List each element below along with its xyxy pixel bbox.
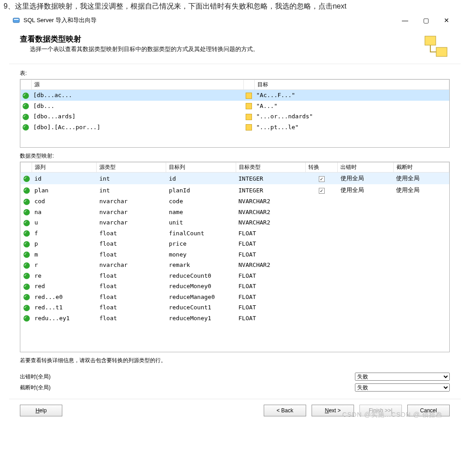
mapping-row[interactable]: redfloatreduceMoney0FLOAT (21, 281, 449, 292)
on-trunc-cell (393, 228, 449, 239)
svg-rect-2 (425, 36, 436, 45)
src-col: red...e0 (32, 292, 97, 303)
tables-label: 表: (20, 70, 450, 77)
src-type: float (97, 313, 166, 324)
src-col: red (32, 281, 97, 292)
tgt-col: reduceCount1 (166, 302, 236, 313)
col-tgt-col[interactable]: 目标列 (166, 163, 236, 173)
col-src-col[interactable]: 源列 (32, 163, 97, 173)
help-button[interactable]: HHelpelp (20, 405, 62, 416)
tgt-col: reduceMoney0 (166, 281, 236, 292)
tgt-type: FLOAT (236, 292, 305, 303)
on-trunc-cell (393, 217, 449, 228)
on-error-cell (338, 260, 393, 271)
page-instruction: 9、这里选择数据映射，我这里没调整，根据自己情况来，下面出错时有失败和忽略，我选… (0, 0, 466, 13)
mapping-row[interactable]: refloatreduceCount0FLOAT (21, 271, 449, 281)
on-trunc-cell (393, 207, 449, 218)
ok-icon (23, 241, 30, 247)
table-row[interactable]: [db..."A..." (21, 101, 449, 112)
mapping-row[interactable]: red...t1floatreduceCount1FLOAT (21, 302, 449, 313)
col-convert[interactable]: 转换 (305, 163, 338, 173)
on-error-cell (338, 249, 393, 260)
on-trunc-cell (393, 196, 449, 207)
table-source: [dbo].[Ac...por...] (32, 122, 244, 133)
mapping-row[interactable]: unvarcharunitNVARCHAR2 (21, 217, 449, 228)
ok-icon (23, 220, 30, 226)
mapping-grid[interactable]: 源列 源类型 目标列 目标类型 转换 出错时 截断时 idintidINTEGE… (20, 162, 450, 352)
on-error-cell: 使用全局 (338, 173, 393, 185)
src-type: nvarchar (97, 196, 166, 207)
tables-col-target[interactable]: 目标 (255, 80, 449, 90)
mapping-row[interactable]: ffloatfinalCountFLOAT (21, 228, 449, 239)
convert-checkbox[interactable] (319, 176, 325, 182)
src-type: float (97, 249, 166, 260)
svg-rect-1 (14, 19, 19, 20)
mapping-row[interactable]: planintplanIdINTEGER使用全局使用全局 (21, 184, 449, 196)
tgt-col: reduceMoney1 (166, 313, 236, 324)
mapping-row[interactable]: nanvarcharnameNVARCHAR2 (21, 207, 449, 218)
ok-icon (23, 230, 30, 237)
src-col: redu...ey1 (32, 313, 97, 324)
tables-col-source[interactable]: 源 (32, 80, 244, 90)
on-error-cell (338, 228, 393, 239)
mapping-row[interactable]: mfloatmoneyFLOAT (21, 249, 449, 260)
src-type: float (97, 228, 166, 239)
tgt-type: FLOAT (236, 271, 305, 281)
back-button[interactable]: < Back (264, 405, 306, 416)
table-icon (246, 93, 252, 99)
src-col: red...t1 (32, 302, 97, 313)
on-trunc-global-label: 截断时(全局) (20, 384, 355, 392)
tgt-type: FLOAT (236, 281, 305, 292)
src-col: f (32, 228, 97, 239)
table-row[interactable]: [dbo].[Ac...por...]"...pt...le" (21, 122, 449, 133)
on-error-cell (338, 302, 393, 313)
tables-list[interactable]: 源 目标 [db...ac..."Ac...F..."[db..."A..."[… (20, 79, 450, 148)
on-trunc-cell (393, 302, 449, 313)
table-target: "...or...ndards" (255, 111, 449, 122)
mapping-row[interactable]: redu...ey1floatreduceMoney1FLOAT (21, 313, 449, 324)
col-src-type[interactable]: 源类型 (97, 163, 166, 173)
mapping-row[interactable]: red...e0floatreduceManage0FLOAT (21, 292, 449, 303)
on-trunc-global-select[interactable]: 失败忽略 (355, 383, 450, 392)
maximize-button[interactable]: ▢ (415, 14, 436, 27)
src-col: plan (32, 184, 97, 196)
tgt-type: NVARCHAR2 (236, 260, 305, 271)
src-col: na (32, 207, 97, 218)
on-trunc-cell (393, 271, 449, 281)
header-description: 选择一个表以查看其数据类型映射到目标中的数据类型的方式及其处理转换问题的方式。 (30, 45, 259, 53)
mapping-row[interactable]: codnvarcharcodeNVARCHAR2 (21, 196, 449, 207)
src-type: float (97, 292, 166, 303)
tgt-col: unit (166, 217, 236, 228)
on-error-cell (338, 292, 393, 303)
tgt-type: INTEGER (236, 184, 305, 196)
table-row[interactable]: [dbo...ards]"...or...ndards" (21, 111, 449, 122)
header-title: 查看数据类型映射 (20, 34, 259, 44)
src-col: re (32, 271, 97, 281)
col-on-error[interactable]: 出错时 (338, 163, 393, 173)
ok-icon (23, 315, 30, 322)
col-tgt-type[interactable]: 目标类型 (236, 163, 305, 173)
tgt-col: code (166, 196, 236, 207)
tgt-type: FLOAT (236, 313, 305, 324)
mapping-row[interactable]: idintidINTEGER使用全局使用全局 (21, 173, 449, 185)
on-error-cell (338, 281, 393, 292)
convert-checkbox[interactable] (319, 188, 325, 194)
tgt-col: planId (166, 184, 236, 196)
on-error-global-select[interactable]: 失败忽略 (355, 373, 450, 381)
close-button[interactable]: ✕ (436, 14, 457, 27)
minimize-button[interactable]: — (395, 14, 415, 27)
src-col: m (32, 249, 97, 260)
tgt-type: NVARCHAR2 (236, 207, 305, 218)
col-on-trunc[interactable]: 截断时 (393, 163, 449, 173)
svg-rect-0 (13, 18, 19, 23)
mapping-row[interactable]: rnvarcharremarkNVARCHAR2 (21, 260, 449, 271)
src-type: float (97, 302, 166, 313)
on-trunc-cell (393, 238, 449, 249)
mapping-row[interactable]: pfloatpriceFLOAT (21, 238, 449, 249)
src-col: id (32, 173, 97, 185)
ok-icon (23, 93, 29, 99)
table-row[interactable]: [db...ac..."Ac...F..." (21, 90, 449, 101)
table-icon (246, 114, 252, 120)
on-error-cell (338, 196, 393, 207)
table-source: [db... (32, 101, 244, 112)
